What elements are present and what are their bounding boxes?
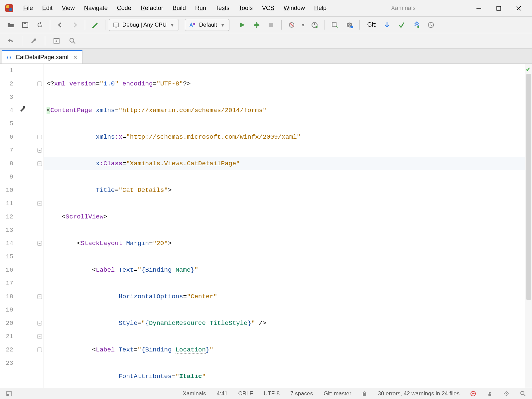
git-commit-icon[interactable] [395, 18, 408, 32]
svg-line-29 [73, 42, 75, 44]
status-indent[interactable]: 7 spaces [288, 390, 315, 397]
chevron-down-icon[interactable]: ▼ [300, 22, 307, 28]
error-icon[interactable] [468, 391, 478, 397]
refresh-icon[interactable] [33, 18, 47, 32]
status-problems[interactable]: 30 errors, 42 warnings in 24 files [376, 390, 462, 397]
attach-icon[interactable] [285, 18, 298, 32]
fold-icon[interactable]: − [37, 81, 42, 86]
debug-icon[interactable] [250, 18, 263, 32]
git-pull-icon[interactable] [380, 18, 394, 32]
forward-icon[interactable] [68, 18, 81, 32]
fold-icon[interactable]: − [37, 347, 42, 352]
notifications-icon[interactable] [518, 391, 528, 397]
main-toolbar: Debug | Any CPU ▼ Default ▼ ▼ Git: [0, 17, 532, 33]
tab-close-icon[interactable]: ✕ [72, 54, 77, 61]
packages-icon[interactable] [343, 18, 356, 32]
menu-edit[interactable]: Edit [38, 3, 57, 13]
status-position[interactable]: 4:41 [214, 390, 229, 397]
svg-line-20 [290, 23, 293, 27]
tab-label: CatDetailPage.xaml [16, 54, 68, 61]
git-push-icon[interactable] [410, 18, 423, 32]
menu-tools[interactable]: Tools [234, 3, 257, 13]
code-content[interactable]: <?xml version="1.0" encoding="UTF-8"?> <… [44, 64, 525, 388]
menu-code[interactable]: Code [112, 3, 136, 13]
status-vcs[interactable]: Git: master [322, 390, 353, 397]
app-logo [5, 4, 14, 13]
editor-tabs: CatDetailPage.xaml ✕ [0, 49, 532, 64]
svg-rect-1 [6, 5, 9, 8]
profiler-icon[interactable] [308, 18, 321, 32]
svg-rect-23 [332, 22, 336, 26]
secondary-toolbar [0, 33, 532, 49]
status-project[interactable]: Xaminals [181, 390, 208, 397]
menu-build[interactable]: Build [168, 3, 191, 13]
run-icon[interactable] [235, 18, 249, 32]
menu-navigate[interactable]: Navigate [79, 3, 112, 13]
window-title: Xaminals [331, 5, 475, 12]
inspection-ok-icon[interactable]: ✔ [526, 66, 531, 73]
wrench-icon[interactable] [27, 34, 40, 48]
git-label: Git: [367, 21, 376, 28]
svg-rect-30 [23, 106, 25, 108]
fold-icon[interactable]: − [37, 135, 42, 139]
marker-column [17, 64, 37, 388]
dotnet-icon [189, 22, 196, 28]
menu-vcs[interactable]: VCS [257, 3, 279, 13]
fold-icon[interactable]: − [37, 294, 42, 299]
svg-point-24 [350, 26, 353, 28]
build-icon[interactable] [88, 18, 102, 32]
undo-icon[interactable] [4, 34, 17, 48]
menu-tests[interactable]: Tests [211, 3, 234, 13]
minimize-button[interactable] [475, 5, 482, 12]
fold-icon[interactable]: − [37, 201, 42, 206]
chevron-down-icon: ▼ [220, 22, 225, 28]
processes-icon[interactable] [501, 391, 511, 397]
code-editor[interactable]: 1234567891011121314151617181920212223 − … [0, 64, 532, 388]
scrollbar-thumb[interactable] [526, 74, 531, 300]
open-icon[interactable] [4, 18, 17, 32]
toolwindow-icon[interactable] [4, 391, 14, 397]
fold-icon[interactable]: − [37, 334, 42, 339]
svg-line-17 [258, 25, 259, 26]
menu-view[interactable]: View [57, 3, 79, 13]
config-label: Debug | Any CPU [122, 22, 167, 28]
svg-point-11 [255, 23, 258, 27]
svg-line-16 [254, 25, 255, 26]
menu-help[interactable]: Help [310, 3, 331, 13]
status-eol[interactable]: CRLF [236, 390, 255, 397]
search-icon[interactable] [66, 34, 79, 48]
xaml-file-icon [6, 54, 12, 61]
layout-icon[interactable] [50, 34, 63, 48]
chevron-down-icon: ▼ [170, 22, 175, 28]
tab-catdetailpage[interactable]: CatDetailPage.xaml ✕ [2, 50, 82, 64]
menu-refactor[interactable]: Refactor [136, 3, 168, 13]
config-dropdown[interactable]: Debug | Any CPU ▼ [109, 19, 179, 31]
build-marker-icon[interactable] [19, 105, 26, 112]
stop-icon[interactable] [265, 18, 278, 32]
menu-window[interactable]: Window [279, 3, 310, 13]
target-label: Default [199, 22, 217, 28]
window-controls [475, 5, 532, 12]
fold-icon[interactable]: − [37, 241, 42, 246]
svg-rect-7 [24, 22, 26, 24]
git-history-icon[interactable] [424, 18, 438, 32]
back-icon[interactable] [54, 18, 67, 32]
fold-icon[interactable]: − [37, 148, 42, 153]
close-button[interactable] [515, 5, 522, 12]
inspector-icon[interactable] [485, 391, 495, 397]
search-everywhere-icon[interactable] [328, 18, 341, 32]
save-icon[interactable] [19, 18, 32, 32]
menu-run[interactable]: Run [191, 3, 211, 13]
menu-file[interactable]: File [19, 3, 38, 13]
target-dropdown[interactable]: Default ▼ [185, 19, 229, 31]
menu-bar: File Edit View Navigate Code Refactor Bu… [19, 3, 331, 13]
lock-icon[interactable] [360, 391, 369, 396]
svg-rect-37 [488, 394, 491, 396]
status-encoding[interactable]: UTF-8 [262, 390, 282, 397]
svg-rect-18 [269, 23, 273, 27]
fold-icon[interactable]: − [37, 321, 42, 326]
fold-icon[interactable]: − [37, 161, 42, 166]
svg-line-45 [524, 394, 525, 396]
maximize-button[interactable] [495, 5, 502, 12]
fold-column: − − − − − − − − − − [37, 64, 44, 388]
